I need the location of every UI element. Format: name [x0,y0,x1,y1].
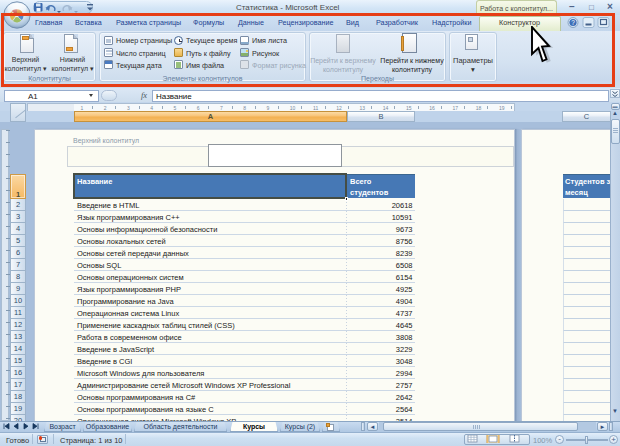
svg-text:?: ? [571,19,575,26]
